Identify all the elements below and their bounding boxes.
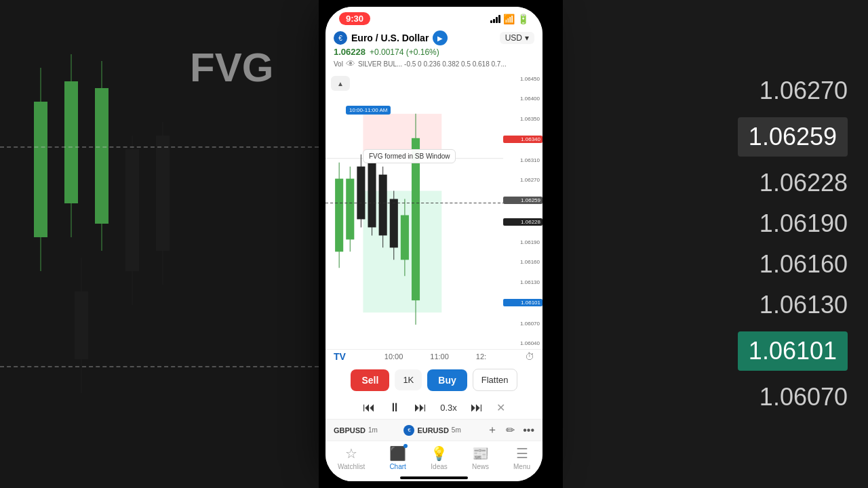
svg-rect-2 — [34, 102, 47, 237]
visibility-icon[interactable]: 👁 — [346, 58, 355, 69]
bg-price-3: 1.06228 — [760, 169, 848, 197]
chevron-down-icon: ▾ — [525, 33, 529, 43]
pencil-icon[interactable]: ✏ — [506, 424, 515, 436]
candlestick-chart — [326, 73, 503, 349]
time-label-1000: 10:00 — [384, 352, 403, 361]
currency-label: USD — [505, 33, 522, 43]
watchlist-actions: ＋ ✏ ••• — [487, 423, 534, 437]
svg-rect-12 — [75, 291, 88, 359]
menu-icon: ☰ — [516, 445, 528, 462]
chart-bottom-bar: TV 10:00 11:00 12: ⏱ — [326, 349, 542, 363]
playback-speed[interactable]: 0.3x — [440, 403, 457, 413]
vol-label: Vol — [334, 60, 343, 68]
nav-menu[interactable]: ☰ Menu — [513, 445, 530, 470]
chart-area[interactable]: ▲ 10:00-11:00 AM FVG formed in SB Window — [326, 73, 542, 349]
pause-icon[interactable]: ⏸ — [389, 401, 401, 415]
price-label: 1.06190 — [503, 239, 542, 245]
nav-chart-label: Chart — [389, 463, 406, 470]
instrument-header: € Euro / U.S. Dollar ▶ USD ▾ 1.06228 +0.… — [326, 28, 542, 73]
price-label: 1.06130 — [503, 279, 542, 285]
price-label-101: 1.06101 — [503, 299, 542, 306]
price-label: 1.06450 — [503, 76, 542, 82]
price-label: 1.06040 — [503, 340, 542, 346]
bg-candlestick-chart: FVG — [0, 0, 319, 488]
skip-forward-icon[interactable]: ⏭ — [471, 401, 483, 415]
gbpusd-symbol: GBPUSD — [334, 426, 366, 434]
nav-news[interactable]: 📰 News — [472, 445, 489, 470]
playback-controls: ⏮ ⏸ ⏭ 0.3x ⏭ ✕ — [326, 396, 542, 419]
nav-watchlist-label: Watchlist — [338, 463, 365, 470]
status-icons: 📶 🔋 — [490, 14, 529, 24]
add-icon[interactable]: ＋ — [487, 423, 498, 437]
background-left: FVG — [0, 0, 319, 488]
buy-button[interactable]: Buy — [427, 369, 467, 391]
play-button[interactable]: ▶ — [433, 30, 448, 45]
step-forward-icon[interactable]: ⏭ — [414, 401, 427, 415]
svg-text:FVG: FVG — [190, 45, 273, 90]
watchlist-item-eurusd[interactable]: € EURUSD 5m — [403, 425, 460, 436]
price-label-340: 1.06340 — [503, 136, 542, 143]
bg-price-1: 1.06270 — [760, 77, 848, 105]
nav-active-dot — [403, 444, 408, 448]
status-bar: 9:30 📶 🔋 — [326, 7, 542, 28]
price-label: 1.06270 — [503, 177, 542, 183]
nav-watchlist[interactable]: ☆ Watchlist — [338, 445, 365, 470]
bg-dashed-line — [0, 146, 319, 148]
price-label: 1.06310 — [503, 157, 542, 163]
nav-ideas-label: Ideas — [431, 463, 447, 470]
watchlist-row: GBPUSD 1m € EURUSD 5m ＋ ✏ ••• — [326, 419, 542, 441]
wifi-icon: 📶 — [503, 14, 515, 24]
eurusd-timeframe: 5m — [452, 426, 461, 434]
bg-price-8: 1.06070 — [760, 383, 848, 411]
more-icon[interactable]: ••• — [523, 424, 534, 436]
instrument-name[interactable]: Euro / U.S. Dollar — [351, 33, 429, 43]
svg-rect-22 — [357, 167, 365, 220]
nav-ideas[interactable]: 💡 Ideas — [431, 445, 448, 470]
watchlist-item-gbpusd[interactable]: GBPUSD 1m — [334, 426, 378, 434]
collapse-button[interactable]: ▲ — [331, 76, 350, 91]
instrument-icon: € — [334, 31, 347, 45]
indicator-text: SILVER BUL... -0.5 0 0.236 0.382 0.5 0.6… — [358, 60, 507, 68]
clock-icon[interactable]: ⏱ — [525, 351, 534, 362]
svg-rect-26 — [379, 175, 387, 236]
signal-icon — [490, 15, 500, 23]
price-labels: 1.06450 1.06400 1.06350 1.06340 1.06310 … — [503, 73, 542, 349]
bg-price-4: 1.06190 — [760, 209, 848, 238]
bg-chart-area: FVG — [0, 0, 319, 488]
bg-price-5: 1.06160 — [760, 250, 848, 279]
bg-price-2: 1.06259 — [738, 117, 848, 157]
tradingview-logo: TV — [334, 351, 346, 362]
fvg-label: FVG formed in SB Window — [363, 149, 456, 163]
eurusd-icon: € — [403, 425, 414, 436]
news-icon: 📰 — [472, 445, 489, 462]
close-icon[interactable]: ✕ — [496, 401, 505, 414]
price-label-259: 1.06259 — [503, 197, 542, 204]
price-row: 1.06228 +0.00174 (+0.16%) — [334, 47, 534, 57]
sell-button[interactable]: Sell — [351, 369, 389, 391]
eurusd-symbol: EURUSD — [417, 426, 448, 434]
nav-chart[interactable]: ⬛ Chart — [389, 445, 406, 470]
currency-badge[interactable]: USD ▾ — [500, 32, 534, 44]
ideas-icon: 💡 — [431, 445, 448, 462]
phone-frame: 9:30 📶 🔋 € Euro / U.S. Dollar ▶ USD ▾ — [326, 7, 542, 481]
skip-back-icon[interactable]: ⏮ — [363, 401, 375, 415]
time-label-1200: 12: — [476, 352, 486, 361]
chart-icon: ⬛ — [389, 446, 406, 461]
svg-rect-18 — [335, 179, 343, 252]
svg-rect-8 — [125, 149, 139, 271]
svg-rect-20 — [346, 179, 354, 240]
instrument-left: € Euro / U.S. Dollar ▶ — [334, 30, 448, 45]
bg-dashed-line-2 — [0, 366, 319, 367]
price-label: 1.06160 — [503, 259, 542, 265]
flatten-button[interactable]: Flatten — [473, 369, 517, 391]
indicator-row: Vol 👁 SILVER BUL... -0.5 0 0.236 0.382 0… — [334, 58, 534, 69]
price-change: +0.00174 (+0.16%) — [370, 47, 439, 57]
current-price: 1.06228 — [334, 47, 366, 57]
price-label: 1.06070 — [503, 321, 542, 327]
background-right: 1.06270 1.06259 1.06228 1.06190 1.06160 … — [563, 0, 868, 488]
price-label: 1.06400 — [503, 96, 542, 102]
quantity-display: 1K — [395, 369, 422, 390]
battery-icon: 🔋 — [517, 14, 529, 24]
svg-rect-4 — [64, 81, 78, 203]
bottom-nav: ☆ Watchlist ⬛ Chart 💡 Ideas 📰 News ☰ Men… — [326, 441, 542, 476]
